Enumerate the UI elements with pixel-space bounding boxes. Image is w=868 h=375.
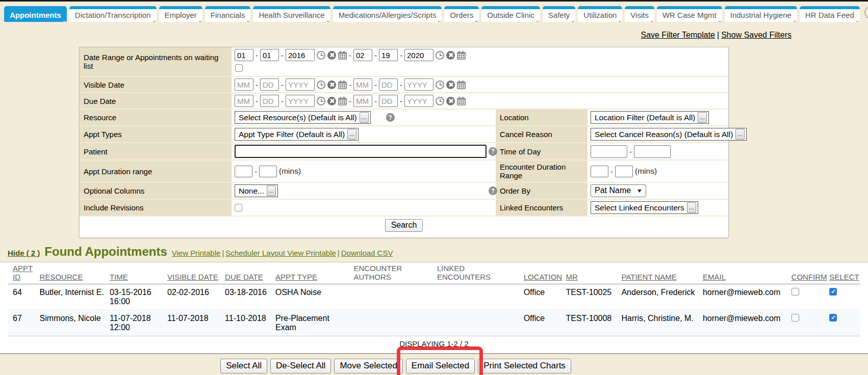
cancel-reason-picker[interactable]: Select Cancel Reason(s) (Default is All)…	[591, 128, 747, 141]
deselect-all-button[interactable]: De-Select All	[270, 359, 331, 373]
include-revisions-checkbox[interactable]	[235, 204, 242, 211]
download-csv-link[interactable]: Download CSV	[341, 249, 393, 257]
due-from-month-input[interactable]	[235, 95, 253, 107]
tab-hr-data-feed[interactable]: HR Data Feed	[800, 6, 860, 22]
print-selected-charts-button[interactable]: Print Selected Charts	[478, 359, 571, 373]
range-separator: -	[254, 167, 257, 176]
calendar-icon[interactable]	[457, 98, 466, 105]
tab-label: Outside Clinic	[481, 9, 540, 22]
visible-from-year-input[interactable]	[286, 78, 315, 91]
date-to-year-input[interactable]	[404, 49, 433, 61]
cell-appt-id: 64	[8, 284, 40, 310]
calendar-icon[interactable]	[457, 52, 466, 60]
show-saved-filters-link[interactable]: Show Saved Filters	[721, 31, 792, 39]
confirm-checkbox[interactable]	[792, 288, 799, 296]
date-from-month-input[interactable]	[235, 49, 253, 61]
patient-search-input[interactable]	[235, 145, 487, 158]
tab-utilization[interactable]: Utilization	[578, 6, 622, 22]
help-icon[interactable]: ?	[489, 186, 497, 195]
resource-more-button[interactable]: ...	[360, 112, 369, 123]
select-all-button[interactable]: Select All	[220, 359, 267, 373]
clear-date-icon[interactable]	[446, 97, 455, 105]
tab-visits[interactable]: Visits	[625, 6, 654, 22]
results-table-panel: APPT ID RESOURCE TIME VISIBLE DATE DUE D…	[0, 262, 868, 353]
tab-medications-allergies-scripts[interactable]: Medications/Allergies/Scripts	[333, 6, 442, 22]
clear-date-icon[interactable]	[327, 81, 336, 89]
time-picker-icon[interactable]	[436, 97, 444, 105]
location-more-button[interactable]: ...	[698, 112, 707, 123]
clear-date-icon[interactable]	[327, 97, 336, 105]
date-from-year-input[interactable]	[286, 49, 315, 61]
tab-appointments[interactable]: Appointments	[4, 6, 67, 22]
location-picker[interactable]: Location Filter (Default is All)...	[591, 111, 709, 124]
confirm-checkbox[interactable]	[792, 314, 799, 322]
calendar-icon[interactable]	[457, 82, 466, 89]
clear-date-icon[interactable]	[446, 81, 455, 89]
cell-resource: Butler, Internist E.	[40, 284, 110, 310]
optional-columns-picker[interactable]: None......	[235, 184, 278, 197]
help-icon[interactable]: ?	[386, 113, 395, 122]
open-external-icon[interactable]: ↗	[864, 6, 868, 19]
visible-to-month-input[interactable]	[353, 78, 372, 91]
resource-picker[interactable]: Select Resource(s) (Default is All)...	[235, 111, 371, 124]
visible-from-day-input[interactable]	[260, 78, 279, 91]
tab-outside-clinic[interactable]: Outside Clinic	[481, 6, 540, 22]
clear-date-icon[interactable]	[446, 51, 455, 60]
time-picker-icon[interactable]	[436, 81, 444, 89]
help-icon[interactable]: ?	[489, 147, 497, 156]
time-of-day-start-input[interactable]	[591, 145, 627, 158]
due-from-day-input[interactable]	[260, 95, 279, 107]
optional-columns-more-button[interactable]: ...	[267, 185, 276, 196]
hide-results-link[interactable]: Hide ( 2 )	[8, 249, 40, 257]
tab-dictation-transcription[interactable]: Dictation/Transcription	[69, 6, 157, 22]
tab-safety[interactable]: Safety	[543, 6, 576, 22]
tab-employer[interactable]: Employer	[159, 6, 202, 22]
due-to-month-input[interactable]	[353, 95, 372, 107]
calendar-icon[interactable]	[338, 82, 347, 89]
due-to-year-input[interactable]	[404, 95, 433, 107]
filter-row-date-range: Date Range or Appointments on waiting li…	[80, 47, 728, 77]
time-picker-icon[interactable]	[317, 81, 325, 89]
due-from-year-input[interactable]	[286, 95, 315, 107]
linked-encounters-more-button[interactable]: ...	[687, 202, 696, 213]
date-to-day-input[interactable]	[379, 49, 398, 61]
calendar-icon[interactable]	[338, 52, 347, 60]
tab-orders[interactable]: Orders	[444, 6, 479, 22]
time-picker-icon[interactable]	[317, 97, 325, 105]
tab-wr-case-mgmt[interactable]: WR Case Mgmt	[657, 6, 722, 22]
cell-due-date: 03-18-2016	[225, 284, 275, 310]
tab-health-surveillance[interactable]: Health Surveillance	[253, 6, 330, 22]
time-picker-icon[interactable]	[436, 51, 444, 60]
select-checkbox[interactable]	[829, 314, 837, 322]
appt-duration-min-input[interactable]	[235, 166, 252, 177]
cancel-reason-more-button[interactable]: ...	[735, 129, 745, 140]
calendar-icon[interactable]	[338, 98, 347, 105]
email-selected-button[interactable]: Email Selected	[406, 359, 475, 373]
waiting-list-checkbox[interactable]	[235, 64, 243, 72]
appt-type-more-button[interactable]: ...	[347, 129, 356, 140]
save-filter-template-link[interactable]: Save Filter Template	[641, 31, 715, 39]
search-button[interactable]: Search	[385, 219, 423, 232]
tab-industrial-hygiene[interactable]: Industrial Hygiene	[725, 6, 797, 22]
move-selected-button[interactable]: Move Selected	[334, 359, 402, 373]
time-picker-icon[interactable]	[317, 51, 325, 60]
visible-to-year-input[interactable]	[404, 78, 433, 91]
scheduler-layout-printable-link[interactable]: Scheduler Layout View Printable	[225, 249, 336, 257]
select-checkbox[interactable]	[829, 288, 837, 296]
linked-encounters-picker[interactable]: Select Linked Encounters...	[591, 201, 698, 214]
appt-duration-max-input[interactable]	[259, 166, 277, 177]
view-printable-link[interactable]: View Printable	[172, 249, 221, 257]
visible-from-month-input[interactable]	[235, 78, 253, 91]
time-of-day-end-input[interactable]	[634, 145, 671, 158]
appt-type-picker[interactable]: Appt Type Filter (Default is All)...	[235, 128, 359, 141]
clear-date-icon[interactable]	[327, 51, 336, 60]
visible-to-day-input[interactable]	[379, 78, 398, 91]
date-from-day-input[interactable]	[260, 49, 279, 61]
tab-financials[interactable]: Financials	[205, 6, 251, 22]
filter-row-visible-date: Visible Date - - - - -	[80, 77, 728, 93]
order-by-select[interactable]: Pat Name	[591, 184, 646, 197]
encounter-duration-max-input[interactable]	[615, 166, 633, 177]
date-to-month-input[interactable]	[353, 49, 372, 61]
due-to-day-input[interactable]	[379, 95, 398, 107]
encounter-duration-min-input[interactable]	[591, 166, 608, 177]
